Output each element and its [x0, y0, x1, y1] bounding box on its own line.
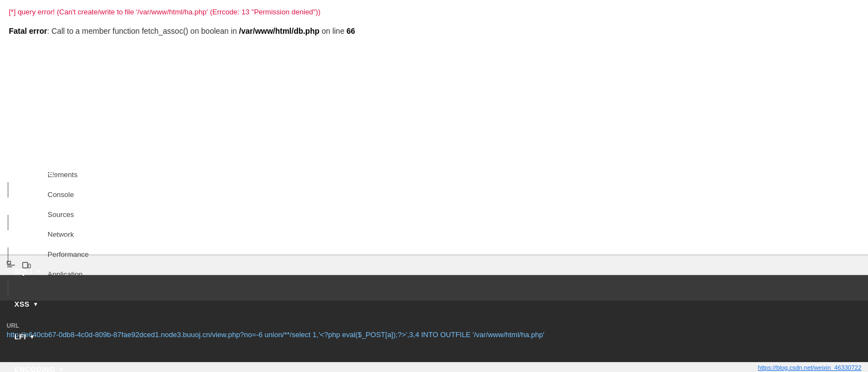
page-content: [*] query error! (Can't create/write to … — [0, 0, 868, 255]
query-error: [*] query error! (Can't create/write to … — [9, 7, 859, 18]
xss-arrow-icon: ▼ — [33, 301, 39, 307]
devtools-tabbar: ElementsConsoleSourcesNetworkPerformance… — [0, 255, 868, 275]
fatal-error-label: Fatal error — [9, 27, 47, 35]
separator-2 — [8, 215, 8, 230]
sqli-dropdown[interactable]: SQLI▼ — [7, 263, 49, 280]
lfi-dropdown[interactable]: LFI▼ — [7, 328, 43, 345]
xss-dropdown[interactable]: XSS▼ — [7, 296, 46, 313]
encoding-dropdown[interactable]: ENCODING▼ — [7, 361, 72, 372]
url-value: http://e640cb67-0db8-4c0d-809b-87fae92dc… — [7, 330, 861, 340]
status-link[interactable]: https://blog.csdn.net/weixin_46330722 — [758, 364, 861, 371]
encoding-arrow-icon: ▼ — [59, 366, 64, 372]
lfi-arrow-icon: ▼ — [29, 334, 35, 340]
devtools-panel: ElementsConsoleSourcesNetworkPerformance… — [0, 255, 868, 372]
fatal-error-filepath: /var/www/html/db.php — [239, 27, 319, 35]
url-label: URL — [7, 322, 861, 329]
separator-4 — [8, 280, 8, 296]
separator-3 — [8, 247, 8, 263]
status-bar: https://blog.csdn.net/weixin_46330722 — [0, 362, 868, 372]
split-url-button[interactable]: SPLIT URL — [7, 198, 66, 215]
url-area: URL http://e640cb67-0db8-4c0d-809b-87fae… — [0, 301, 868, 362]
fatal-error-line: 66 — [347, 27, 355, 35]
hackbar-toolbar: LOAD URLSPLIT URLEXECUTE URLSQLI▼XSS▼LFI… — [0, 275, 868, 301]
sqli-arrow-icon: ▼ — [35, 268, 41, 275]
fatal-error-middle: : Call to a member function fetch_assoc(… — [47, 27, 239, 35]
fatal-error-suffix: on line — [320, 27, 347, 35]
execute-url-button[interactable]: EXECUTE URL — [7, 230, 80, 247]
fatal-error: Fatal error: Call to a member function f… — [9, 25, 859, 37]
load-url-button[interactable]: LOAD URL — [7, 165, 66, 182]
separator-1 — [8, 182, 8, 198]
